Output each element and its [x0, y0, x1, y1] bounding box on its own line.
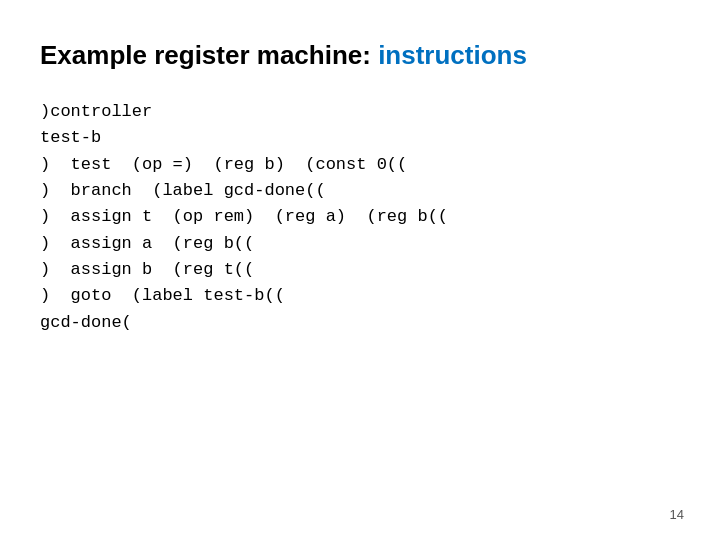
code-block: )controller test-b ) test (op =) (reg b)…	[40, 99, 680, 336]
code-line-7: ) assign b (reg t((	[40, 257, 680, 283]
code-line-2: test-b	[40, 125, 680, 151]
slide-title: Example register machine: instructions	[40, 40, 680, 71]
code-line-3: ) test (op =) (reg b) (const 0((	[40, 152, 680, 178]
code-line-4: ) branch (label gcd-done((	[40, 178, 680, 204]
title-prefix: Example register machine:	[40, 40, 378, 70]
code-line-6: ) assign a (reg b((	[40, 231, 680, 257]
code-line-1: )controller	[40, 99, 680, 125]
code-line-9: gcd-done(	[40, 310, 680, 336]
title-highlight: instructions	[378, 40, 527, 70]
slide: Example register machine: instructions )…	[0, 0, 720, 540]
code-line-5: ) assign t (op rem) (reg a) (reg b((	[40, 204, 680, 230]
code-line-8: ) goto (label test-b((	[40, 283, 680, 309]
page-number: 14	[670, 507, 684, 522]
